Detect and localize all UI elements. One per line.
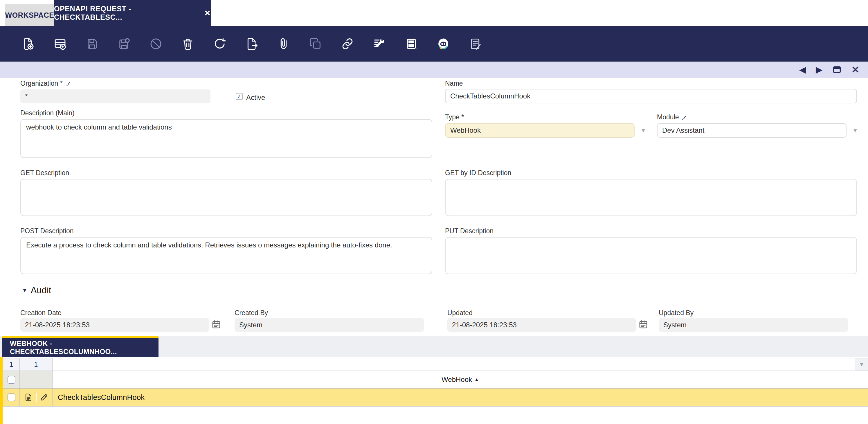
delete-button[interactable]	[181, 37, 194, 51]
close-view-icon: ✕	[851, 65, 859, 74]
audit-title: Audit	[31, 285, 51, 296]
trash-icon	[181, 37, 194, 51]
refresh-icon	[213, 37, 226, 51]
webhook-grid: 1 1 ▼ WebHook ▲	[0, 357, 868, 424]
attachment-button[interactable]	[277, 37, 290, 51]
filter-dropdown-button[interactable]: ▼	[855, 358, 868, 370]
maximize-button[interactable]	[832, 65, 842, 74]
module-input[interactable]	[657, 123, 846, 138]
column-header-webhook[interactable]: WebHook ▲	[53, 371, 868, 388]
toolbar	[0, 26, 868, 62]
edit-pen-icon	[681, 114, 687, 120]
form-view-icon	[405, 37, 418, 51]
description-main-textarea[interactable]: webhook to check column and table valida…	[20, 119, 432, 158]
new-row-grid-icon	[54, 37, 67, 51]
post-description-textarea[interactable]: Execute a process to check column and ta…	[20, 237, 432, 274]
active-checkbox[interactable]: ✓	[236, 93, 243, 100]
process-wrench-icon	[373, 37, 386, 51]
selection-stripe	[0, 357, 3, 424]
created-by-input[interactable]	[235, 318, 424, 332]
link-button[interactable]	[341, 37, 354, 51]
new-row-button[interactable]	[54, 37, 67, 51]
previous-record-icon: ◀	[799, 65, 806, 74]
creation-date-label: Creation Date	[20, 309, 62, 317]
tab-workspace[interactable]: WORKSPACE	[5, 4, 54, 26]
calendar-icon[interactable]	[639, 320, 648, 329]
name-label: Name	[445, 80, 463, 87]
save-icon	[85, 37, 99, 51]
next-record-button[interactable]: ▶	[816, 65, 823, 74]
tab-openapi-request-label: OPENAPI REQUEST - CHECKTABLESC...	[54, 5, 198, 22]
updated-input[interactable]	[447, 318, 636, 332]
type-label: Type *	[445, 113, 464, 121]
updated-by-label: Updated By	[659, 309, 693, 317]
record-nav-strip: ◀ ▶ ✕	[0, 62, 868, 78]
type-input[interactable]	[445, 123, 634, 138]
export-button[interactable]	[245, 37, 258, 51]
copy-icon	[309, 37, 322, 51]
creation-date-input[interactable]	[20, 318, 209, 332]
new-record-icon	[22, 37, 35, 51]
tab-openapi-request[interactable]: OPENAPI REQUEST - CHECKTABLESC... ✕	[54, 0, 211, 26]
description-main-label: Description (Main)	[20, 109, 74, 117]
undo-button[interactable]	[149, 37, 162, 51]
filter-dropdown-arrow-icon: ▼	[859, 362, 864, 368]
edit-pen-icon	[65, 81, 71, 87]
save-button[interactable]	[85, 37, 99, 51]
subtab-webhook-label: WEBHOOK - CHECKTABLESCOLUMNHOO...	[10, 339, 158, 356]
grid-header-row: WebHook ▲	[3, 371, 868, 389]
refresh-button[interactable]	[213, 37, 226, 51]
active-label: Active	[246, 93, 265, 102]
previous-record-button[interactable]: ◀	[799, 65, 806, 74]
webhook-cell-value: CheckTablesColumnHook	[53, 389, 868, 406]
type-dropdown-arrow-icon[interactable]: ▼	[641, 127, 646, 134]
clone-button[interactable]	[309, 37, 322, 51]
organization-label: Organization *	[20, 80, 71, 87]
save-and-close-button[interactable]	[117, 37, 131, 51]
new-record-button[interactable]	[22, 37, 35, 51]
paperclip-icon	[277, 37, 290, 51]
robot-assistant-icon	[437, 37, 450, 51]
save-and-close-icon	[117, 37, 131, 51]
get-by-id-description-textarea[interactable]	[445, 179, 857, 216]
row-action-icons	[20, 389, 53, 406]
row-checkbox[interactable]	[7, 394, 16, 401]
subtab-bar: WEBHOOK - CHECKTABLESCOLUMNHOO...	[0, 336, 868, 357]
updated-label: Updated	[447, 309, 473, 317]
cancel-icon	[149, 37, 162, 51]
header-spacer-cell	[20, 371, 53, 388]
application-window: WORKSPACE OPENAPI REQUEST - CHECKTABLESC…	[0, 0, 868, 424]
link-icon	[341, 37, 354, 51]
view-toggle-button[interactable]	[405, 37, 418, 51]
calendar-icon[interactable]	[211, 320, 221, 329]
sort-ascending-icon: ▲	[474, 377, 479, 382]
process-button[interactable]	[373, 37, 386, 51]
export-file-icon	[245, 37, 258, 51]
put-description-textarea[interactable]	[445, 237, 857, 274]
tab-workspace-label: WORKSPACE	[5, 11, 54, 20]
grid-filter-row: 1 1 ▼	[3, 358, 868, 371]
audit-section-toggle[interactable]: ▼ Audit	[22, 285, 51, 296]
get-by-id-description-label: GET by ID Description	[445, 169, 511, 177]
put-description-label: PUT Description	[445, 227, 494, 235]
updated-by-input[interactable]	[659, 318, 848, 332]
name-input[interactable]	[445, 89, 857, 103]
edit-pencil-icon[interactable]	[39, 393, 48, 402]
select-all-checkbox[interactable]	[7, 376, 16, 384]
grid-row-selected[interactable]: CheckTablesColumnHook	[3, 389, 868, 406]
grid-filter-input[interactable]	[53, 358, 855, 370]
next-record-icon: ▶	[816, 65, 823, 74]
maximize-icon	[832, 65, 842, 74]
get-description-textarea[interactable]	[20, 179, 432, 216]
assistant-button[interactable]	[437, 37, 450, 51]
close-view-button[interactable]: ✕	[851, 65, 859, 74]
module-label: Module	[657, 113, 687, 121]
notes-button[interactable]	[469, 37, 482, 51]
collapse-triangle-icon: ▼	[22, 287, 27, 294]
organization-input[interactable]	[20, 89, 211, 103]
document-icon[interactable]	[24, 393, 33, 402]
tab-close-icon[interactable]: ✕	[205, 9, 211, 17]
subtab-webhook[interactable]: WEBHOOK - CHECKTABLESCOLUMNHOO...	[2, 336, 158, 357]
created-by-label: Created By	[235, 309, 268, 317]
module-dropdown-arrow-icon[interactable]: ▼	[852, 127, 858, 134]
